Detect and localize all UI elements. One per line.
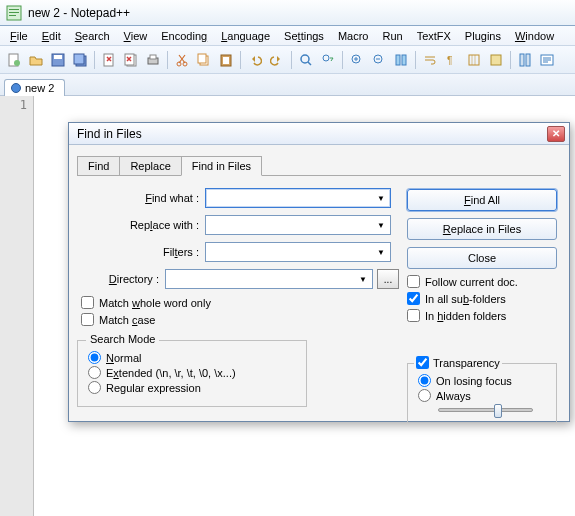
close-all-icon[interactable]	[121, 50, 141, 70]
zoom-out-icon[interactable]	[369, 50, 389, 70]
save-all-icon[interactable]	[70, 50, 90, 70]
svg-rect-29	[491, 55, 501, 65]
svg-rect-28	[469, 55, 479, 65]
file-tab[interactable]: new 2	[4, 79, 65, 96]
dialog-close-button[interactable]: ✕	[547, 126, 565, 142]
radio-extended[interactable]: Extended (\n, \r, \t, \0, \x...)	[88, 366, 296, 379]
menu-search[interactable]: Search	[69, 28, 116, 44]
cut-icon[interactable]	[172, 50, 192, 70]
svg-point-21	[301, 55, 309, 63]
open-file-icon[interactable]	[26, 50, 46, 70]
menu-macro[interactable]: Macro	[332, 28, 375, 44]
close-button[interactable]: Close	[407, 247, 557, 269]
radio-regex[interactable]: Regular expression	[88, 381, 296, 394]
transparency-legend[interactable]: Transparency	[414, 356, 502, 369]
svg-point-5	[14, 60, 20, 66]
toolbar-separator	[415, 51, 416, 69]
tab-replace[interactable]: Replace	[119, 156, 181, 176]
radio-always[interactable]: Always	[418, 389, 546, 402]
toolbar-separator	[510, 51, 511, 69]
tab-find[interactable]: Find	[77, 156, 120, 176]
toolbar-separator	[167, 51, 168, 69]
chevron-down-icon[interactable]: ▼	[374, 245, 388, 259]
hidden-folders-checkbox[interactable]: In hidden folders	[407, 309, 557, 322]
browse-directory-button[interactable]: ...	[377, 269, 399, 289]
search-mode-legend: Search Mode	[86, 333, 159, 345]
window-titlebar: new 2 - Notepad++	[0, 0, 575, 26]
menu-run[interactable]: Run	[376, 28, 408, 44]
svg-point-22	[323, 55, 329, 61]
window-title: new 2 - Notepad++	[28, 6, 130, 20]
filters-input[interactable]: ▼	[205, 242, 391, 262]
close-icon[interactable]	[99, 50, 119, 70]
line-number: 1	[6, 98, 27, 112]
file-modified-icon	[11, 83, 21, 93]
copy-icon[interactable]	[194, 50, 214, 70]
print-icon[interactable]	[143, 50, 163, 70]
wrap-icon[interactable]	[420, 50, 440, 70]
follow-current-checkbox[interactable]: Follow current doc.	[407, 275, 557, 288]
show-chars-icon[interactable]: ¶	[442, 50, 462, 70]
undo-icon[interactable]	[245, 50, 265, 70]
find-all-button[interactable]: Find All	[407, 189, 557, 211]
radio-on-losing-focus[interactable]: On losing focus	[418, 374, 546, 387]
chevron-down-icon[interactable]: ▼	[374, 191, 388, 205]
save-icon[interactable]	[48, 50, 68, 70]
toolbar-separator	[342, 51, 343, 69]
chevron-down-icon[interactable]: ▼	[356, 272, 370, 286]
svg-rect-18	[198, 54, 206, 63]
chevron-down-icon[interactable]: ▼	[374, 218, 388, 232]
toolbar-separator	[291, 51, 292, 69]
menu-textfx[interactable]: TextFX	[411, 28, 457, 44]
menu-view[interactable]: View	[118, 28, 154, 44]
svg-rect-3	[9, 15, 16, 16]
sub-folders-checkbox[interactable]: In all sub-folders	[407, 292, 557, 305]
paste-icon[interactable]	[216, 50, 236, 70]
replace-with-label: Replace with :	[77, 219, 205, 231]
menu-encoding[interactable]: Encoding	[155, 28, 213, 44]
dialog-title: Find in Files	[77, 127, 142, 141]
radio-normal[interactable]: Normal	[88, 351, 296, 364]
svg-rect-7	[54, 55, 62, 59]
svg-rect-25	[396, 55, 400, 65]
tab-find-in-files[interactable]: Find in Files	[181, 156, 262, 176]
indent-guide-icon[interactable]	[464, 50, 484, 70]
lang-icon[interactable]	[486, 50, 506, 70]
zoom-in-icon[interactable]	[347, 50, 367, 70]
directory-label: Directory :	[77, 273, 165, 285]
find-in-files-dialog: Find in Files ✕ Find Replace Find in Fil…	[68, 122, 570, 422]
find-icon[interactable]	[296, 50, 316, 70]
line-gutter: 1	[0, 96, 34, 516]
dialog-titlebar[interactable]: Find in Files ✕	[69, 123, 569, 145]
func-list-icon[interactable]	[537, 50, 557, 70]
redo-icon[interactable]	[267, 50, 287, 70]
toolbar-separator	[240, 51, 241, 69]
find-what-label: Find what :	[77, 192, 205, 204]
menu-language[interactable]: Language	[215, 28, 276, 44]
app-icon	[6, 5, 22, 21]
menu-plugins[interactable]: Plugins	[459, 28, 507, 44]
svg-rect-9	[74, 54, 84, 64]
doc-map-icon[interactable]	[515, 50, 535, 70]
new-file-icon[interactable]	[4, 50, 24, 70]
transparency-group: Transparency On losing focus Always	[407, 363, 557, 423]
find-what-input[interactable]: ▼	[205, 188, 391, 208]
replace-with-input[interactable]: ▼	[205, 215, 391, 235]
replace-icon[interactable]	[318, 50, 338, 70]
svg-rect-20	[223, 57, 229, 64]
svg-rect-14	[150, 55, 156, 59]
search-mode-group: Search Mode Normal Extended (\n, \r, \t,…	[77, 340, 307, 407]
slider-thumb[interactable]	[494, 404, 502, 418]
replace-in-files-button[interactable]: Replace in Files	[407, 218, 557, 240]
svg-rect-2	[9, 12, 19, 13]
transparency-slider[interactable]	[438, 408, 533, 412]
sync-v-icon[interactable]	[391, 50, 411, 70]
menu-settings[interactable]: Settings	[278, 28, 330, 44]
menubar: File Edit Search View Encoding Language …	[0, 26, 575, 46]
menu-file[interactable]: File	[4, 28, 34, 44]
menu-edit[interactable]: Edit	[36, 28, 67, 44]
svg-rect-1	[9, 9, 19, 10]
menu-window[interactable]: Window	[509, 28, 560, 44]
directory-input[interactable]: ▼	[165, 269, 373, 289]
svg-rect-31	[526, 54, 530, 66]
